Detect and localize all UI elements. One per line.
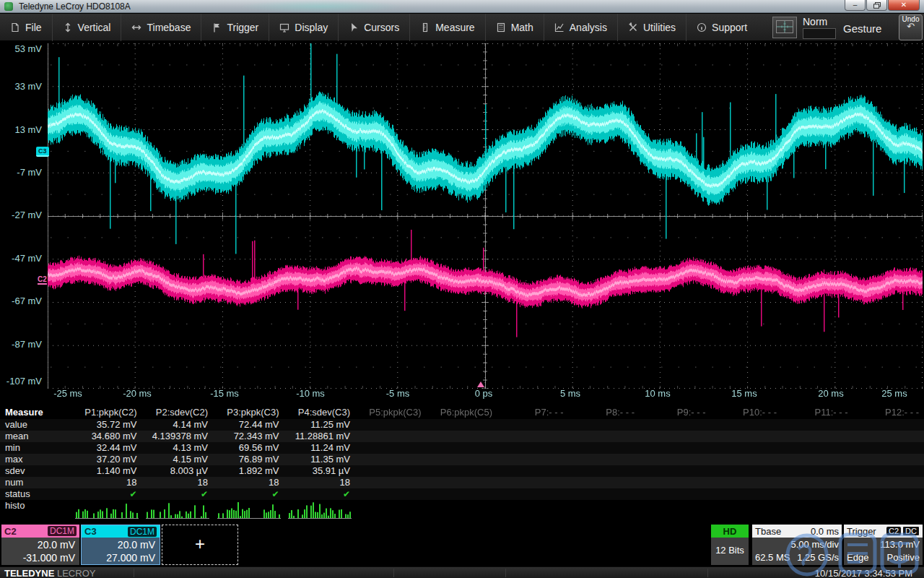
menu-measure[interactable]: Measure: [409, 14, 484, 41]
monitor-icon: [279, 22, 289, 33]
flag-icon: [212, 22, 222, 33]
add-channel-button[interactable]: +: [162, 525, 238, 565]
measure-col-p3[interactable]: P3:pkpk(C3): [213, 406, 284, 419]
x-axis-label: -10 ms: [285, 388, 336, 399]
measure-col-p5[interactable]: P5:pkpk(C3): [355, 406, 427, 419]
measure-value: 11.24 mV: [284, 442, 356, 454]
measure-col-p2[interactable]: P2:sdev(C2): [142, 406, 214, 419]
x-axis-label: 0 ps: [458, 388, 509, 399]
measure-row-min: min 32.44 mV 4.13 mV 69.56 mV 11.24 mV: [0, 442, 924, 454]
measure-col-p9[interactable]: P9:- - -: [640, 406, 711, 419]
ruler-icon: [420, 22, 430, 33]
file-icon: [10, 22, 20, 33]
titlebar-glow: [238, 0, 404, 13]
menu-label: File: [25, 22, 42, 33]
timebase-descriptor[interactable]: Tbase 0.0 ms 5.00 ms/div 62.5 MS 1.25 GS…: [752, 525, 842, 565]
measure-col-p10[interactable]: P10:- - -: [711, 406, 783, 419]
calculator-icon: [496, 22, 506, 33]
status-check-icon: ✔: [213, 488, 284, 500]
menu-vertical[interactable]: Vertical: [52, 14, 121, 41]
horizontal-arrows-icon: [131, 22, 141, 33]
status-divider: [134, 569, 134, 577]
trigger-descriptor[interactable]: Trigger C2 DC 113.0 mV Edge Positive: [844, 525, 923, 565]
measure-value: 37.20 mV: [71, 454, 142, 465]
measure-col-p1[interactable]: P1:pkpk(C2): [71, 406, 142, 419]
measure-value: 11.35 mV: [284, 454, 356, 465]
measure-col-p6[interactable]: P6:pkpk(C5): [427, 406, 498, 419]
measure-row-num: num 18 18 18 18: [0, 477, 924, 488]
c2-volts-per-div: 20.0 mV: [6, 538, 75, 551]
trigger-mode-label[interactable]: Norm: [803, 16, 827, 27]
y-axis-label: 33 mV: [0, 81, 42, 92]
status-check-icon: ✔: [71, 488, 142, 500]
menu-support[interactable]: Support: [686, 14, 757, 41]
hd-mode-box[interactable]: HD 12 Bits: [711, 525, 749, 565]
measure-col-p8[interactable]: P8:- - -: [569, 406, 640, 419]
x-axis-label: 10 ms: [632, 388, 683, 399]
measure-col-p4[interactable]: P4:sdev(C3): [284, 406, 356, 419]
row-label: num: [0, 477, 71, 488]
channel-marker-c2[interactable]: C2: [38, 275, 47, 285]
measure-row-status: status ✔ ✔ ✔ ✔: [0, 488, 924, 500]
vertical-arrows-icon: [63, 22, 73, 33]
measure-table: Measure P1:pkpk(C2) P2:sdev(C2) P3:pkpk(…: [0, 406, 924, 522]
measure-value: 72.44 mV: [213, 419, 284, 431]
status-bar: TELEDYNE LECROY 10/15/2017 3:34:53 PM: [0, 566, 924, 578]
measure-value: 4.14 mV: [142, 419, 214, 431]
waveform-canvas[interactable]: [48, 43, 923, 389]
menu-analysis[interactable]: Analysis: [544, 14, 617, 41]
close-button[interactable]: ✕: [888, 0, 920, 11]
measure-row-histo: histo: [0, 500, 924, 522]
menu-timebase[interactable]: Timebase: [121, 14, 201, 41]
tbase-rate: 1.25 GS/s: [797, 551, 839, 564]
measure-value: 32.44 mV: [71, 442, 142, 454]
menu-bar: File Vertical Timebase Trigger Display C…: [0, 14, 924, 41]
channel-c2-descriptor[interactable]: C2 DC1M 20.0 mV -31.000 mV: [1, 525, 79, 565]
measure-value: 1.892 mV: [213, 465, 284, 477]
trigger-position-marker[interactable]: [477, 381, 484, 387]
tbase-label: Tbase: [755, 526, 781, 537]
measure-value: 35.72 mV: [71, 419, 142, 431]
measure-col-p11[interactable]: P11:- - -: [782, 406, 853, 419]
y-axis-label: -67 mV: [0, 296, 42, 307]
x-axis-label: -5 ms: [372, 388, 423, 399]
menu-label: Analysis: [570, 22, 607, 33]
measure-col-p7[interactable]: P7:- - -: [497, 406, 569, 419]
restore-icon: [873, 2, 881, 9]
trigger-type: Edge: [847, 551, 868, 564]
trigger-slope: Positive: [886, 551, 920, 564]
menubar-right-cluster: Norm Gesture Undo ↶: [772, 14, 924, 41]
trigger-mode-box[interactable]: [803, 28, 836, 39]
undo-button[interactable]: Undo ↶: [899, 14, 923, 40]
waveform-display[interactable]: 53 mV 33 mV 13 mV -7 mV -27 mV -47 mV -6…: [0, 41, 924, 406]
x-axis-label: 25 ms: [869, 388, 920, 399]
measure-value: 69.56 mV: [213, 442, 284, 454]
channel-c3-descriptor[interactable]: C3 DC1M 20.0 mV 27.000 mV: [81, 525, 160, 565]
measure-value: 18: [213, 477, 284, 488]
c3-volts-per-div: 20.0 mV: [86, 538, 155, 551]
measure-value: 4.139378 mV: [142, 431, 214, 442]
grid-layout-button[interactable]: [772, 17, 797, 38]
y-axis-label: 53 mV: [0, 43, 42, 55]
measure-value: 11.25 mV: [284, 419, 356, 431]
window-title: Teledyne LeCroy HDO8108A: [19, 1, 131, 12]
menu-cursors[interactable]: Cursors: [338, 14, 409, 41]
menu-math[interactable]: Math: [485, 14, 544, 41]
menu-label: Utilities: [643, 22, 676, 33]
channel-marker-c3[interactable]: C3: [36, 147, 49, 157]
row-label: min: [0, 442, 71, 454]
measure-value: 4.13 mV: [142, 442, 214, 454]
restore-button[interactable]: [866, 0, 887, 11]
gesture-label[interactable]: Gesture: [843, 22, 881, 35]
measure-value: 11.28861 mV: [284, 431, 356, 442]
menu-file[interactable]: File: [0, 14, 52, 41]
measure-col-p12[interactable]: P12:- - -: [853, 406, 924, 419]
minimize-button[interactable]: –: [845, 0, 866, 11]
x-axis-label: -25 ms: [43, 388, 93, 399]
menu-utilities[interactable]: Utilities: [617, 14, 686, 41]
menu-label: Measure: [435, 22, 474, 33]
title-bar[interactable]: Teledyne LeCroy HDO8108A – ✕: [0, 0, 924, 13]
y-axis-label: -27 mV: [0, 210, 42, 221]
menu-display[interactable]: Display: [269, 14, 338, 41]
menu-trigger[interactable]: Trigger: [201, 14, 269, 41]
